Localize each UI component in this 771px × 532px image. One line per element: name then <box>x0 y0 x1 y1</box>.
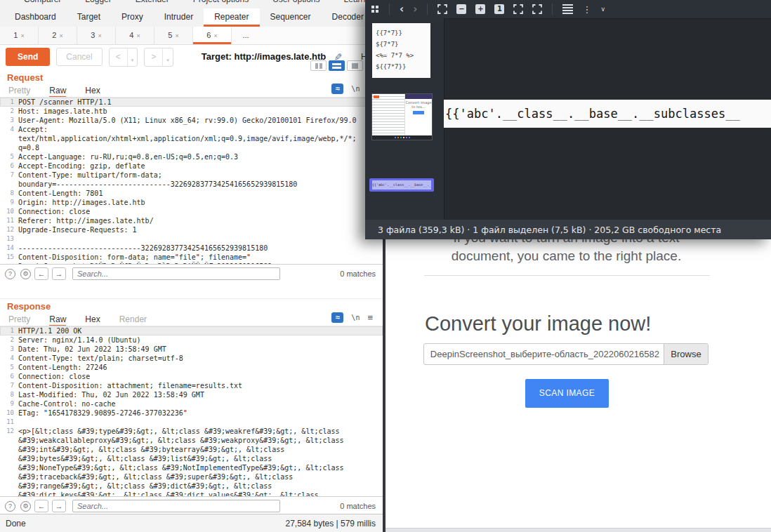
target-url: Target: http://images.late.htb <box>202 48 326 66</box>
view-tab[interactable]: Raw <box>49 86 66 98</box>
response-code-line: 1 HTTP/1.1 200 OK <box>0 326 383 335</box>
zoom-out-icon[interactable]: − <box>456 4 466 14</box>
viewer-status-bar: 3 файла (359,3 kB) · 1 файл выделен (7,5… <box>365 220 771 239</box>
repeater-tab[interactable]: ... <box>232 27 263 44</box>
scan-image-button[interactable]: SCAN IMAGE <box>525 379 609 408</box>
layout-toggle-group <box>310 60 363 71</box>
thumbnail-ssti-payloads[interactable]: {{7*7}}${7*7}<%= 7*7 %>${{7*7}} <box>372 23 430 78</box>
burp-main-tab[interactable]: Repeater <box>204 8 259 27</box>
response-code-line: 4 Content-Type: text/plain; charset=utf-… <box>0 354 383 363</box>
response-code-line: 6 Connection: close <box>0 372 383 381</box>
columns-layout-icon[interactable] <box>310 60 327 71</box>
request-panel: Request PrettyRawHex ≈ \n ≡ 1 POST /scan… <box>0 70 383 283</box>
burp-main-tab[interactable]: Comparer <box>24 0 61 4</box>
prev-match-icon[interactable]: ← <box>34 267 48 280</box>
browse-button[interactable]: Browse <box>664 344 708 364</box>
cancel-button[interactable]: Cancel <box>56 48 102 66</box>
view-tab[interactable]: Hex <box>85 314 100 326</box>
request-code-line: 4 Accept: <box>0 125 383 134</box>
prev-match-icon[interactable]: ← <box>34 500 48 512</box>
syntax-highlight-icon[interactable]: ≈ <box>331 312 343 323</box>
folder-view-icon[interactable] <box>371 6 379 13</box>
gear-icon[interactable]: ⚙ <box>20 501 31 512</box>
viewer-toolbar: ‹ › − + 1 ⋮ ∨ <box>365 0 771 19</box>
repeater-tab[interactable]: 6× <box>193 27 232 44</box>
burp-status-bar: Done 27,584 bytes | 579 millis <box>0 514 383 532</box>
viewer-main-area[interactable]: {{'abc'.__class__.__base__.__subclasses_… <box>444 18 771 220</box>
burp-main-tab[interactable]: Project options <box>193 0 249 4</box>
request-editor[interactable]: 1 POST /scanner HTTP/1.1 2 Host: images.… <box>0 97 383 265</box>
burp-main-tab[interactable]: Intruder <box>154 8 204 27</box>
response-panel: Response PrettyRawHexRender ≈ \n ≡ 1 HTT… <box>0 298 383 515</box>
file-input[interactable]: DeepinScreenshot_выберите-область_202206… <box>423 343 709 365</box>
view-tab[interactable]: Pretty <box>8 314 30 326</box>
burp-main-tab[interactable]: Logger <box>85 0 111 4</box>
help-icon[interactable]: ? <box>5 269 15 279</box>
fit-width-icon[interactable] <box>513 4 523 14</box>
request-code-line: 14 -----------------------------32269283… <box>0 244 383 253</box>
rows-layout-icon[interactable] <box>329 60 345 71</box>
back-icon[interactable]: ‹ <box>400 4 404 14</box>
burp-main-tab[interactable]: Sequencer <box>260 8 322 27</box>
response-code-line: &#39;NoneType&#39;&gt;, &lt;class &#39;N… <box>0 463 383 472</box>
close-icon[interactable]: × <box>20 32 24 39</box>
repeater-tab[interactable]: 5× <box>154 27 193 44</box>
request-code-line: 3 User-Agent: Mozilla/5.0 (X11; Linux x8… <box>0 116 383 125</box>
close-icon[interactable]: × <box>175 32 178 39</box>
newline-toggle-icon[interactable]: \n <box>351 85 360 93</box>
chevron-down-icon[interactable]: ▾ <box>127 48 138 66</box>
zoom-in-icon[interactable]: + <box>475 4 485 14</box>
burp-main-tab[interactable]: Dashboard <box>4 8 67 27</box>
view-tab[interactable]: Raw <box>49 314 66 326</box>
request-code-line: 2 Host: images.late.htb <box>0 107 383 116</box>
repeater-tab[interactable]: 2× <box>39 27 77 44</box>
menu-icon[interactable]: ≡ <box>367 312 373 323</box>
next-match-icon[interactable]: → <box>52 500 66 512</box>
newline-toggle-icon[interactable]: \n <box>351 314 360 321</box>
response-editor[interactable]: 1 HTTP/1.1 200 OK 2 Server: nginx/1.14.0… <box>0 326 383 497</box>
view-tab[interactable]: Pretty <box>8 86 30 98</box>
file-count-status: 3 файла (359,3 kB) · 1 файл выделен (7,5… <box>378 225 721 235</box>
fit-window-icon[interactable] <box>437 4 447 14</box>
close-icon[interactable]: × <box>213 32 217 39</box>
response-code-line: 2 Server: nginx/1.14.0 (Ubuntu) <box>0 335 383 345</box>
help-icon[interactable]: ? <box>5 501 15 512</box>
view-tab[interactable]: Hex <box>85 86 100 98</box>
actual-size-icon[interactable]: 1 <box>494 4 504 14</box>
chevron-down-icon[interactable]: ▾ <box>162 48 173 66</box>
send-button[interactable]: Send <box>6 48 50 66</box>
close-icon[interactable]: × <box>59 32 62 39</box>
burp-suite-window: ComparerLoggerExtenderProject optionsUse… <box>0 0 383 532</box>
burp-main-tab[interactable]: Learn <box>344 0 366 4</box>
view-tab[interactable]: Render <box>119 314 147 326</box>
more-options-icon[interactable]: ⋮ <box>582 4 591 15</box>
burp-main-tab[interactable]: Extender <box>136 0 169 4</box>
close-icon[interactable]: × <box>98 32 101 39</box>
repeater-tab[interactable]: 3× <box>77 27 116 44</box>
thumbnail-code-strip-selected[interactable]: {{'abc'.__class__.__base__.__subclasses_… <box>369 178 434 192</box>
response-code-line: &#39;range&#39;&gt;, &lt;class &#39;dict… <box>0 481 383 491</box>
burp-main-tab[interactable]: User options <box>272 0 319 4</box>
burp-main-tab[interactable]: Target <box>67 8 111 27</box>
forward-request-button[interactable]: > ▾ <box>144 48 173 67</box>
burp-main-tab[interactable]: Proxy <box>111 8 154 27</box>
response-code-line: &#39;bytes&#39;&gt;, &lt;class &#39;list… <box>0 454 383 463</box>
thumbnail-screenshot[interactable]: Convert image to tex... <box>371 93 433 140</box>
back-request-button[interactable]: < ▾ <box>109 48 138 67</box>
close-icon[interactable]: × <box>136 32 140 39</box>
gear-icon[interactable]: ⚙ <box>20 269 31 279</box>
forward-icon[interactable]: › <box>413 4 417 14</box>
repeater-tab[interactable]: 4× <box>116 27 154 44</box>
next-match-icon[interactable]: → <box>52 267 66 280</box>
response-search-input[interactable] <box>72 500 280 512</box>
list-view-icon[interactable] <box>562 4 573 14</box>
syntax-highlight-icon[interactable]: ≈ <box>331 84 343 94</box>
repeater-tab[interactable]: 1× <box>0 27 39 44</box>
response-code-line: 10 ETag: "1654178329.90895-27246-3770322… <box>0 408 383 418</box>
chevron-down-icon[interactable]: ∨ <box>600 6 605 13</box>
request-view-tabs: PrettyRawHex <box>8 86 119 98</box>
request-search-input[interactable] <box>72 267 280 280</box>
fit-height-icon[interactable] <box>532 4 542 14</box>
response-code-line: &#39;int&#39;&gt;, &lt;class &#39;bytear… <box>0 445 383 454</box>
single-layout-icon[interactable] <box>347 60 363 71</box>
